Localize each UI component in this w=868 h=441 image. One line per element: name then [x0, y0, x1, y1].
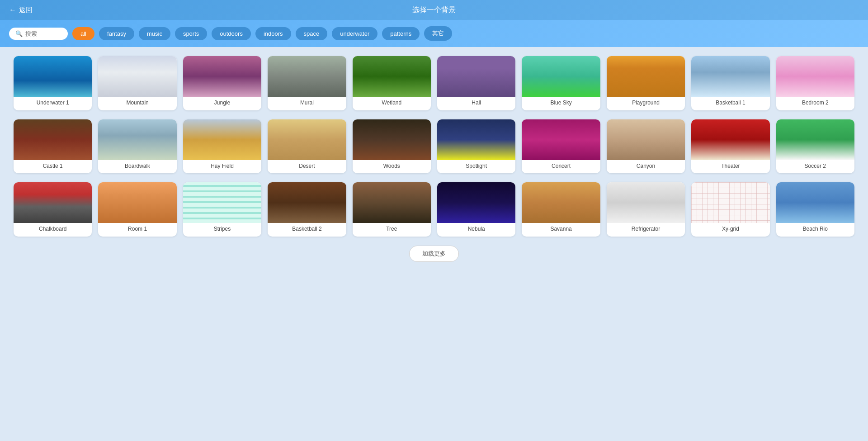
bg-card-hayfield[interactable]: Hay Field: [183, 119, 261, 174]
filter-btn-all[interactable]: all: [72, 27, 94, 40]
bg-card-concert[interactable]: Concert: [522, 119, 600, 174]
bg-label-spotlight: Spotlight: [437, 160, 515, 174]
back-button[interactable]: ← 返回: [9, 6, 33, 14]
bg-card-underwater1[interactable]: Underwater 1: [14, 56, 92, 110]
bg-label-concert: Concert: [522, 160, 600, 174]
bg-label-hall: Hall: [437, 97, 515, 110]
bg-card-bedroom2[interactable]: Bedroom 2: [776, 56, 854, 110]
bg-card-stripes[interactable]: Stripes: [183, 182, 261, 237]
bg-card-spotlight[interactable]: Spotlight: [437, 119, 515, 174]
bg-label-hayfield: Hay Field: [183, 160, 261, 174]
bg-card-room1[interactable]: Room 1: [98, 182, 176, 237]
page-title: 选择一个背景: [412, 5, 456, 15]
bg-card-mountain[interactable]: Mountain: [98, 56, 176, 110]
bg-thumb-mural: [268, 56, 346, 97]
bg-card-basketball2[interactable]: Basketball 2: [268, 182, 346, 237]
bg-label-playground: Playground: [607, 97, 685, 110]
bg-label-boardwalk: Boardwalk: [98, 160, 176, 174]
bg-label-soccer2: Soccer 2: [776, 160, 854, 174]
bg-thumb-soccer2: [776, 119, 854, 160]
search-input[interactable]: [25, 30, 61, 37]
bg-label-beachrio: Beach Rio: [776, 223, 854, 237]
bg-card-woods[interactable]: Woods: [353, 119, 431, 174]
search-box[interactable]: 🔍: [9, 28, 68, 40]
bg-card-mural[interactable]: Mural: [268, 56, 346, 110]
bg-card-desert[interactable]: Desert: [268, 119, 346, 174]
bg-label-jungle: Jungle: [183, 97, 261, 110]
bg-card-castle1[interactable]: Castle 1: [14, 119, 92, 174]
bg-label-woods: Woods: [353, 160, 431, 174]
bg-card-bluesky[interactable]: Blue Sky: [522, 56, 600, 110]
bg-thumb-castle1: [14, 119, 92, 160]
bg-thumb-jungle: [183, 56, 261, 97]
bg-card-boardwalk[interactable]: Boardwalk: [98, 119, 176, 174]
search-icon: 🔍: [15, 30, 23, 37]
bg-thumb-theater: [691, 119, 769, 160]
filter-btn-outdoors[interactable]: outdoors: [212, 27, 251, 40]
bg-thumb-chalkboard: [14, 182, 92, 223]
bg-thumb-bluesky: [522, 56, 600, 97]
filter-btn-indoors[interactable]: indoors: [255, 27, 291, 40]
bg-card-jungle[interactable]: Jungle: [183, 56, 261, 110]
filter-btn-space[interactable]: space: [296, 27, 328, 40]
bg-card-nebula[interactable]: Nebula: [437, 182, 515, 237]
bg-label-stripes: Stripes: [183, 223, 261, 237]
bg-card-chalkboard[interactable]: Chalkboard: [14, 182, 92, 237]
bg-label-desert: Desert: [268, 160, 346, 174]
bg-thumb-nebula: [437, 182, 515, 223]
bg-thumb-hayfield: [183, 119, 261, 160]
filter-btn-underwater[interactable]: underwater: [332, 27, 377, 40]
bg-card-tree[interactable]: Tree: [353, 182, 431, 237]
bg-thumb-hall: [437, 56, 515, 97]
bg-label-bedroom2: Bedroom 2: [776, 97, 854, 110]
bg-thumb-basketball1: [691, 56, 769, 97]
bg-label-mountain: Mountain: [98, 97, 176, 110]
bg-thumb-mountain: [98, 56, 176, 97]
bg-label-theater: Theater: [691, 160, 769, 174]
bg-thumb-basketball2: [268, 182, 346, 223]
bg-label-wetland: Wetland: [353, 97, 431, 110]
bg-label-castle1: Castle 1: [14, 160, 92, 174]
bg-thumb-stripes: [183, 182, 261, 223]
bg-label-nebula: Nebula: [437, 223, 515, 237]
background-grid-row1: Underwater 1MountainJungleMuralWetlandHa…: [14, 56, 854, 110]
bg-thumb-canyon: [607, 119, 685, 160]
bg-label-chalkboard: Chalkboard: [14, 223, 92, 237]
back-label: 返回: [19, 6, 33, 14]
background-grid-row2: Castle 1BoardwalkHay FieldDesertWoodsSpo…: [14, 119, 854, 174]
bg-thumb-beachrio: [776, 182, 854, 223]
load-more-wrapper: 加载更多: [14, 246, 854, 262]
bg-label-basketball1: Basketball 1: [691, 97, 769, 110]
bg-thumb-room1: [98, 182, 176, 223]
bg-card-theater[interactable]: Theater: [691, 119, 769, 174]
bg-label-refrigerator: Refrigerator: [607, 223, 685, 237]
bg-label-bluesky: Blue Sky: [522, 97, 600, 110]
filter-btn-other[interactable]: 其它: [424, 26, 452, 41]
bg-thumb-xygrid: [691, 182, 769, 223]
filter-btn-fantasy[interactable]: fantasy: [99, 27, 134, 40]
filter-btn-sports[interactable]: sports: [175, 27, 207, 40]
bg-card-refrigerator[interactable]: Refrigerator: [607, 182, 685, 237]
bg-label-basketball2: Basketball 2: [268, 223, 346, 237]
bg-thumb-savanna: [522, 182, 600, 223]
bg-card-soccer2[interactable]: Soccer 2: [776, 119, 854, 174]
bg-card-savanna[interactable]: Savanna: [522, 182, 600, 237]
bg-card-wetland[interactable]: Wetland: [353, 56, 431, 110]
bg-thumb-concert: [522, 119, 600, 160]
bg-card-canyon[interactable]: Canyon: [607, 119, 685, 174]
bg-thumb-desert: [268, 119, 346, 160]
bg-label-tree: Tree: [353, 223, 431, 237]
load-more-button[interactable]: 加载更多: [409, 246, 459, 262]
filter-btn-music[interactable]: music: [139, 27, 170, 40]
bg-label-xygrid: Xy-grid: [691, 223, 769, 237]
bg-card-playground[interactable]: Playground: [607, 56, 685, 110]
bg-card-basketball1[interactable]: Basketball 1: [691, 56, 769, 110]
bg-thumb-wetland: [353, 56, 431, 97]
bg-card-xygrid[interactable]: Xy-grid: [691, 182, 769, 237]
bg-thumb-refrigerator: [607, 182, 685, 223]
bg-thumb-tree: [353, 182, 431, 223]
background-grid-row3: ChalkboardRoom 1StripesBasketball 2TreeN…: [14, 182, 854, 237]
bg-card-hall[interactable]: Hall: [437, 56, 515, 110]
filter-btn-patterns[interactable]: patterns: [382, 27, 420, 40]
bg-card-beachrio[interactable]: Beach Rio: [776, 182, 854, 237]
